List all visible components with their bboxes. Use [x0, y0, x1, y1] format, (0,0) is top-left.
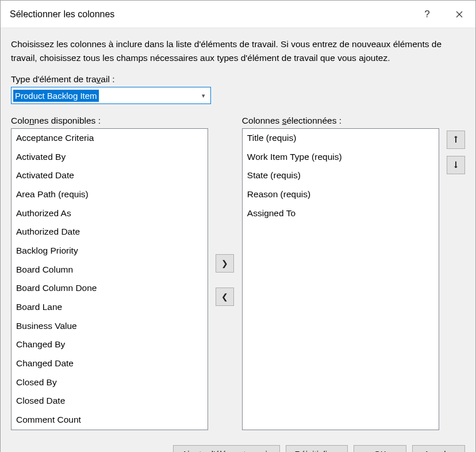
transfer-buttons: ❯ ❮ — [208, 116, 242, 430]
combo-selected-value: Product Backlog Item — [13, 90, 99, 102]
dialog-footer: Ajouter l'élément requis Réinitialiser O… — [1, 437, 475, 452]
work-item-type-combo[interactable]: Product Backlog Item ▾ — [11, 87, 211, 104]
move-up-button[interactable]: 🠕 — [447, 131, 465, 149]
cancel-button[interactable]: Annuler — [412, 445, 465, 452]
list-item[interactable]: Board Column Done — [11, 279, 208, 298]
list-item[interactable]: Authorized Date — [11, 223, 208, 242]
description-text: Choisissez les colonnes à inclure dans l… — [11, 37, 465, 65]
list-item[interactable]: Business Value — [11, 317, 208, 336]
reset-button[interactable]: Réinitialiser — [286, 445, 348, 452]
list-item[interactable]: Closed By — [11, 373, 208, 392]
list-item[interactable]: Closed Date — [11, 392, 208, 411]
close-button[interactable] — [443, 1, 475, 28]
list-item[interactable]: Activated By — [11, 148, 208, 167]
list-item[interactable]: Area Path (requis) — [11, 185, 208, 204]
list-item[interactable]: Comment Count — [11, 411, 208, 430]
close-icon — [456, 11, 463, 18]
columns-lists-row: Colonnes disponibles : Acceptance Criter… — [11, 116, 465, 430]
list-item[interactable]: State (requis) — [243, 166, 439, 185]
list-item[interactable]: Activated Date — [11, 166, 208, 185]
move-down-button[interactable]: 🠗 — [447, 156, 465, 174]
selected-columns-list[interactable]: Title (requis)Work Item Type (requis)Sta… — [242, 128, 439, 430]
remove-column-button[interactable]: ❮ — [216, 288, 234, 306]
list-item[interactable]: Acceptance Criteria — [11, 129, 208, 148]
selected-column: Colonnes sélectionnées : Title (requis)W… — [242, 116, 439, 430]
dialog-content: Choisissez les colonnes à inclure dans l… — [1, 28, 475, 437]
ok-button[interactable]: OK — [354, 445, 406, 452]
list-item[interactable]: Work Item Type (requis) — [243, 148, 439, 167]
list-item[interactable]: Authorized As — [11, 204, 208, 223]
select-columns-dialog: Sélectionner les colonnes ? Choisissez l… — [0, 0, 476, 452]
list-item[interactable]: Reason (requis) — [243, 185, 439, 204]
list-item[interactable]: Board Lane — [11, 298, 208, 317]
list-item[interactable]: Assigned To — [243, 204, 439, 223]
titlebar: Sélectionner les colonnes ? — [1, 1, 475, 28]
dialog-title: Sélectionner les colonnes — [10, 9, 411, 20]
available-columns-label: Colonnes disponibles : — [11, 116, 208, 126]
list-item[interactable]: Changed Date — [11, 354, 208, 373]
arrow-down-icon: 🠗 — [452, 160, 460, 170]
list-item[interactable]: Title (requis) — [243, 129, 439, 148]
chevron-down-icon: ▾ — [197, 92, 210, 99]
help-button[interactable]: ? — [411, 1, 443, 28]
chevron-left-icon: ❮ — [221, 292, 228, 301]
available-column: Colonnes disponibles : Acceptance Criter… — [11, 116, 208, 430]
list-item[interactable]: Changed By — [11, 335, 208, 354]
list-item[interactable]: Board Column — [11, 261, 208, 279]
reorder-buttons: 🠕 🠗 — [443, 116, 465, 430]
list-item[interactable]: Backlog Priority — [11, 242, 208, 261]
arrow-up-icon: 🠕 — [452, 135, 460, 144]
work-item-type-label: Type d'élément de travail : — [11, 74, 465, 85]
chevron-right-icon: ❯ — [221, 259, 228, 268]
add-required-button[interactable]: Ajouter l'élément requis — [173, 445, 280, 452]
selected-columns-label: Colonnes sélectionnées : — [242, 116, 439, 126]
available-columns-list[interactable]: Acceptance CriteriaActivated ByActivated… — [11, 128, 208, 430]
add-column-button[interactable]: ❯ — [216, 254, 234, 273]
